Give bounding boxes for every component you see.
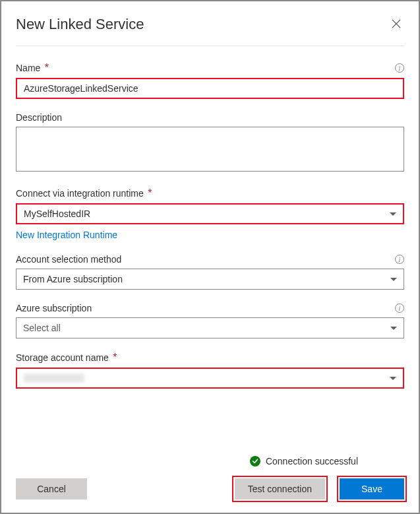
subscription-value: Select all [23, 323, 61, 333]
panel-footer: Connection successful Cancel Test connec… [16, 456, 404, 513]
runtime-field: Connect via integration runtime * MySelf… [16, 187, 404, 241]
form-body: Name * i Description Connect via integra… [16, 46, 404, 456]
close-button[interactable] [388, 16, 404, 34]
panel-title: New Linked Service [16, 16, 144, 33]
button-row: Cancel Test connection Save [16, 478, 404, 499]
chevron-down-icon [390, 278, 397, 281]
account-method-value: From Azure subscription [23, 274, 123, 284]
test-connection-button[interactable]: Test connection [235, 478, 325, 499]
account-method-label: Account selection method [16, 254, 121, 265]
description-label: Description [16, 112, 62, 123]
panel-header: New Linked Service [16, 16, 404, 46]
info-icon[interactable]: i [395, 63, 404, 73]
close-icon [391, 18, 402, 29]
name-label: Name [16, 63, 40, 73]
info-icon[interactable]: i [395, 255, 404, 264]
storage-account-select[interactable] [16, 368, 404, 389]
storage-account-value-redacted [24, 373, 84, 383]
cancel-button[interactable]: Cancel [16, 478, 87, 499]
chevron-down-icon [390, 377, 396, 380]
success-icon [250, 456, 260, 466]
subscription-label: Azure subscription [16, 303, 92, 313]
chevron-down-icon [390, 212, 396, 216]
storage-account-field: Storage account name * [16, 352, 404, 389]
new-runtime-link[interactable]: New Integration Runtime [16, 230, 117, 240]
connection-status: Connection successful [16, 456, 404, 466]
storage-account-label: Storage account name [16, 352, 109, 363]
name-input[interactable] [16, 78, 404, 99]
runtime-label: Connect via integration runtime [16, 188, 144, 199]
info-icon[interactable]: i [395, 304, 404, 313]
runtime-value: MySelfHostedIR [24, 209, 90, 219]
runtime-select[interactable]: MySelfHostedIR [16, 203, 404, 224]
subscription-field: Azure subscription i Select all [16, 303, 404, 338]
account-method-field: Account selection method i From Azure su… [16, 254, 404, 290]
save-button[interactable]: Save [340, 478, 404, 499]
name-field: Name * i [16, 62, 404, 99]
required-marker: * [45, 62, 49, 73]
subscription-select[interactable]: Select all [16, 317, 404, 338]
status-text: Connection successful [266, 456, 358, 466]
linked-service-panel: New Linked Service Name * i Description [1, 1, 419, 513]
account-method-select[interactable]: From Azure subscription [16, 269, 404, 290]
description-input[interactable] [16, 127, 404, 172]
chevron-down-icon [390, 327, 397, 330]
description-field: Description [16, 112, 404, 174]
required-marker: * [113, 352, 117, 363]
required-marker: * [148, 187, 152, 199]
